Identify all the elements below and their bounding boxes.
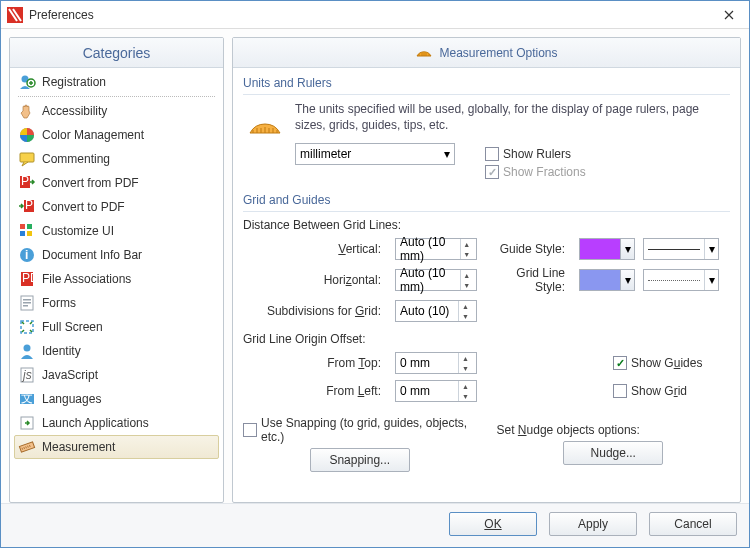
units-combo[interactable]: millimeter ▾ <box>295 143 455 165</box>
snapping-button[interactable]: Snapping... <box>310 448 410 472</box>
category-item-full-screen[interactable]: Full Screen <box>14 315 219 339</box>
show-guides-label: Show Guides <box>631 356 702 370</box>
protractor-icon <box>415 42 433 63</box>
svg-rect-19 <box>23 302 31 304</box>
gridline-line-style[interactable]: ▾ <box>643 269 719 291</box>
show-grid-checkbox[interactable] <box>613 384 627 398</box>
category-label: Launch Applications <box>42 416 149 430</box>
form-icon <box>18 294 36 312</box>
svg-rect-28 <box>19 442 34 452</box>
from-top-spinner[interactable]: 0 mm▲▼ <box>395 352 477 374</box>
svg-rect-10 <box>27 224 32 229</box>
show-fractions-checkbox <box>485 165 499 179</box>
category-label: Accessibility <box>42 104 107 118</box>
category-label: Registration <box>42 75 106 89</box>
category-label: JavaScript <box>42 368 98 382</box>
nudge-button[interactable]: Nudge... <box>563 441 663 465</box>
launch-icon <box>18 414 36 432</box>
horizontal-label: Horizontal: <box>251 273 387 287</box>
preferences-window: Preferences Categories Registration Acce… <box>0 0 750 548</box>
category-label: Full Screen <box>42 320 103 334</box>
from-top-label: From Top: <box>251 356 387 370</box>
person-plus-icon <box>18 73 36 91</box>
caret-down-icon: ▾ <box>620 270 634 290</box>
use-snapping-checkbox[interactable] <box>243 423 257 437</box>
subdivisions-label: Subdivisions for Grid: <box>251 304 387 318</box>
svg-text:js: js <box>21 368 32 382</box>
category-label: Forms <box>42 296 76 310</box>
category-label: Customize UI <box>42 224 114 238</box>
show-rulers-checkbox[interactable] <box>485 147 499 161</box>
options-panel: Measurement Options Units and Rulers The… <box>232 37 741 503</box>
color-wheel-icon <box>18 126 36 144</box>
fullscreen-icon <box>18 318 36 336</box>
category-item-accessibility[interactable]: Accessibility <box>14 99 219 123</box>
category-label: Convert from PDF <box>42 176 139 190</box>
category-item-convert-to-pdf[interactable]: PDF Convert to PDF <box>14 195 219 219</box>
titlebar: Preferences <box>1 1 749 29</box>
category-item-launch-applications[interactable]: Launch Applications <box>14 411 219 435</box>
svg-rect-18 <box>23 299 31 301</box>
category-item-document-info-bar[interactable]: i Document Info Bar <box>14 243 219 267</box>
category-item-customize-ui[interactable]: Customize UI <box>14 219 219 243</box>
show-grid-label: Show Grid <box>631 384 687 398</box>
category-item-identity[interactable]: Identity <box>14 339 219 363</box>
pdf-in-icon: PDF <box>18 198 36 216</box>
svg-rect-4 <box>20 153 34 162</box>
ui-icon <box>18 222 36 240</box>
ruler-icon <box>18 438 36 456</box>
vertical-spinner[interactable]: Auto (10 mm)▲▼ <box>395 238 477 260</box>
category-item-convert-from-pdf[interactable]: PDF Convert from PDF <box>14 171 219 195</box>
category-item-measurement[interactable]: Measurement <box>14 435 219 459</box>
subdivisions-spinner[interactable]: Auto (10)▲▼ <box>395 300 477 322</box>
from-left-label: From Left: <box>251 384 387 398</box>
apply-button[interactable]: Apply <box>549 512 637 536</box>
horizontal-spinner[interactable]: Auto (10 mm)▲▼ <box>395 269 477 291</box>
svg-rect-9 <box>20 224 25 229</box>
lang-icon: 文 <box>18 390 36 408</box>
svg-rect-11 <box>20 231 25 236</box>
category-label: File Associations <box>42 272 131 286</box>
close-button[interactable] <box>709 1 749 28</box>
category-item-file-associations[interactable]: PDF File Associations <box>14 267 219 291</box>
svg-text:PDF: PDF <box>22 271 36 285</box>
comment-icon <box>18 150 36 168</box>
svg-text:i: i <box>25 248 28 262</box>
separator <box>18 96 215 97</box>
from-left-spinner[interactable]: 0 mm▲▼ <box>395 380 477 402</box>
options-header: Measurement Options <box>233 38 740 68</box>
category-item-forms[interactable]: Forms <box>14 291 219 315</box>
caret-down-icon: ▾ <box>704 239 718 259</box>
category-item-languages[interactable]: 文 Languages <box>14 387 219 411</box>
origin-label: Grid Line Origin Offset: <box>243 332 730 346</box>
hand-icon <box>18 102 36 120</box>
caret-down-icon: ▾ <box>438 147 450 161</box>
use-snapping-label: Use Snapping (to grid, guides, objects, … <box>261 416 477 444</box>
guide-line-style[interactable]: ▾ <box>643 238 719 260</box>
svg-point-22 <box>24 345 31 352</box>
pdf-out-icon: PDF <box>18 174 36 192</box>
person-icon <box>18 342 36 360</box>
dialog-body: Categories Registration Accessibility Co… <box>1 29 749 503</box>
show-guides-checkbox[interactable] <box>613 356 627 370</box>
ok-button[interactable]: OK <box>449 512 537 536</box>
svg-text:PDF: PDF <box>25 198 36 212</box>
category-item-javascript[interactable]: js JavaScript <box>14 363 219 387</box>
vertical-label: Vertical: <box>251 242 387 256</box>
units-row: The units specified will be used, global… <box>243 101 730 183</box>
info-icon: i <box>18 246 36 264</box>
gridline-color-picker[interactable]: ▾ <box>579 269 635 291</box>
category-item-registration[interactable]: Registration <box>14 70 219 94</box>
guide-color-picker[interactable]: ▾ <box>579 238 635 260</box>
category-label: Color Management <box>42 128 144 142</box>
cancel-button[interactable]: Cancel <box>649 512 737 536</box>
svg-rect-12 <box>27 231 32 236</box>
categories-list[interactable]: Registration Accessibility Color Managem… <box>10 68 223 502</box>
protractor-large-icon <box>247 105 283 141</box>
category-item-color-management[interactable]: Color Management <box>14 123 219 147</box>
category-item-commenting[interactable]: Commenting <box>14 147 219 171</box>
category-label: Measurement <box>42 440 115 454</box>
svg-rect-20 <box>23 305 28 307</box>
js-icon: js <box>18 366 36 384</box>
guide-style-label: Guide Style: <box>485 242 571 256</box>
